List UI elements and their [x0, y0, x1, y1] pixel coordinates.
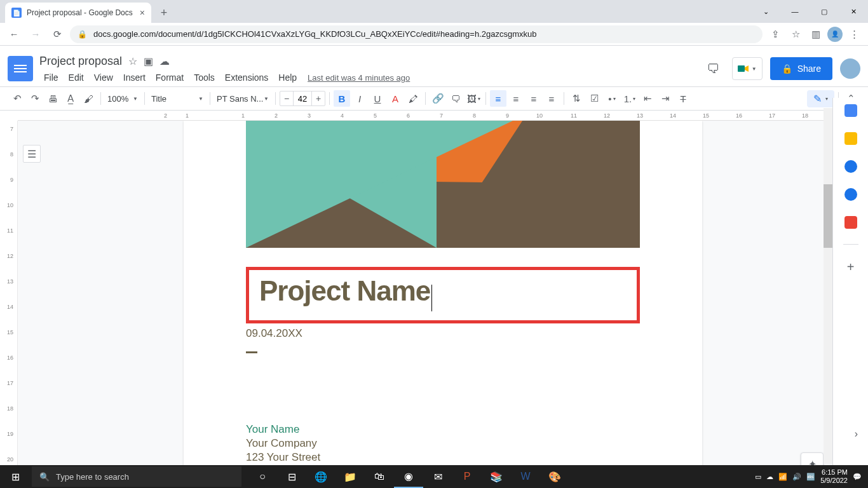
bulleted-list-button[interactable]: •▾ [604, 90, 620, 107]
align-left-button[interactable]: ≡ [490, 90, 506, 107]
increase-indent-button[interactable]: ⇥ [657, 90, 674, 107]
keep-icon[interactable] [844, 132, 857, 145]
undo-button[interactable]: ↶ [9, 90, 25, 107]
tray-language-icon[interactable]: 🔤 [806, 473, 815, 481]
italic-button[interactable]: I [351, 90, 368, 107]
word-icon[interactable]: W [511, 465, 540, 488]
paragraph-style-select[interactable]: Title▼ [149, 94, 206, 104]
document-page[interactable]: Project Name 09.04.20XX Your Name Your C… [184, 121, 702, 488]
browser-tab[interactable]: 📄 Project proposal - Google Docs × [5, 3, 151, 23]
profile-avatar[interactable]: 👤 [827, 27, 843, 42]
menu-view[interactable]: View [90, 71, 118, 84]
url-field[interactable]: 🔒 docs.google.com/document/d/1dg5ICKCHOl… [70, 25, 763, 43]
text-color-button[interactable]: A [387, 90, 403, 107]
scroll-thumb[interactable] [824, 184, 832, 248]
align-center-button[interactable]: ≡ [508, 90, 524, 107]
increase-font-button[interactable]: + [312, 92, 325, 105]
menu-format[interactable]: Format [151, 71, 188, 84]
font-size-input[interactable] [293, 92, 312, 105]
share-button[interactable]: 🔒 Share [770, 57, 832, 80]
edge-icon[interactable]: 🌐 [306, 465, 336, 488]
paint-format-button[interactable]: 🖌 [80, 90, 97, 107]
docs-logo[interactable] [8, 56, 33, 81]
tray-cloud-icon[interactable]: ☁ [766, 473, 773, 481]
header-image[interactable] [246, 121, 640, 248]
share-page-icon[interactable]: ⇪ [766, 25, 784, 43]
cloud-status-icon[interactable]: ☁ [159, 55, 170, 67]
store-icon[interactable]: 🛍 [365, 465, 394, 488]
font-select[interactable]: PT Sans N...▼ [214, 94, 271, 104]
insert-image-button[interactable]: 🖼▾ [465, 90, 482, 107]
task-view-icon[interactable]: ⊟ [277, 465, 306, 488]
paint-icon[interactable]: 🎨 [540, 465, 569, 488]
add-on-plus-icon[interactable]: + [847, 260, 855, 274]
last-edit-link[interactable]: Last edit was 4 minutes ago [308, 73, 410, 83]
maps-icon[interactable] [844, 216, 857, 229]
align-justify-button[interactable]: ≡ [543, 90, 560, 107]
tray-wifi-icon[interactable]: 📶 [778, 473, 787, 481]
winrar-icon[interactable]: 📚 [482, 465, 511, 488]
menu-edit[interactable]: Edit [64, 71, 88, 84]
dropdown-icon[interactable]: ⌄ [751, 0, 780, 23]
print-button[interactable]: 🖶 [44, 90, 61, 107]
forward-button[interactable]: → [27, 25, 44, 43]
document-title[interactable]: Project proposal [39, 55, 122, 68]
tray-volume-icon[interactable]: 🔊 [792, 473, 801, 481]
numbered-list-button[interactable]: 1.▾ [621, 90, 638, 107]
side-panel-collapse-icon[interactable]: › [855, 428, 858, 440]
tasks-icon[interactable] [844, 160, 857, 173]
close-window-button[interactable]: ✕ [839, 0, 868, 23]
document-heading[interactable]: Project Name [259, 275, 430, 306]
new-tab-button[interactable]: + [155, 4, 173, 22]
notifications-icon[interactable]: 💬 [853, 473, 862, 481]
your-company-text[interactable]: Your Company [246, 437, 640, 450]
start-button[interactable]: ⊞ [0, 465, 31, 488]
mail-icon[interactable]: ✉ [423, 465, 452, 488]
align-right-button[interactable]: ≡ [526, 90, 542, 107]
tray-meet-icon[interactable]: ▭ [755, 473, 761, 481]
vertical-ruler[interactable]: 7891011121314151617181920 [0, 121, 18, 488]
reload-button[interactable]: ⟳ [48, 25, 66, 43]
decrease-font-button[interactable]: − [280, 92, 293, 105]
menu-tools[interactable]: Tools [189, 71, 219, 84]
add-comment-button[interactable]: 🗨 [447, 90, 464, 107]
close-tab-icon[interactable]: × [140, 8, 145, 18]
insert-link-button[interactable]: 🔗 [430, 90, 446, 107]
powerpoint-icon[interactable]: P [452, 465, 482, 488]
tray-clock[interactable]: 6:15 PM 5/9/2022 [820, 468, 848, 485]
calendar-icon[interactable] [844, 104, 857, 117]
underline-button[interactable]: U [369, 90, 386, 107]
line-spacing-button[interactable]: ⇅ [568, 90, 585, 107]
star-icon[interactable]: ☆ [128, 55, 137, 67]
editing-mode-button[interactable]: ✎▾ [807, 90, 834, 107]
your-name-text[interactable]: Your Name [246, 423, 640, 436]
meet-button[interactable]: ▼ [732, 57, 763, 80]
bookmark-icon[interactable]: ☆ [787, 25, 804, 43]
maximize-button[interactable]: ▢ [810, 0, 839, 23]
decrease-indent-button[interactable]: ⇤ [639, 90, 656, 107]
chrome-menu-icon[interactable]: ⋮ [845, 25, 863, 43]
clear-formatting-button[interactable]: T [675, 90, 691, 107]
chrome-icon[interactable]: ◉ [394, 465, 423, 488]
date-text[interactable]: 09.04.20XX [246, 327, 640, 340]
spellcheck-button[interactable]: A̲ [62, 90, 79, 107]
menu-extensions[interactable]: Extensions [220, 71, 273, 84]
zoom-select[interactable]: 100%▼ [105, 94, 140, 104]
highlight-button[interactable]: 🖍 [405, 90, 421, 107]
menu-file[interactable]: File [39, 71, 63, 84]
menu-insert[interactable]: Insert [119, 71, 150, 84]
bold-button[interactable]: B [334, 90, 350, 107]
menu-help[interactable]: Help [274, 71, 301, 84]
horizontal-ruler[interactable]: 2112345678910111213141516171819 [18, 111, 868, 121]
minimize-button[interactable]: — [780, 0, 810, 23]
side-panel-icon[interactable]: ▥ [807, 25, 825, 43]
vertical-scrollbar[interactable] [824, 108, 832, 464]
contacts-icon[interactable] [844, 188, 857, 201]
account-avatar[interactable] [840, 58, 860, 79]
move-icon[interactable]: ▣ [144, 55, 153, 67]
cortana-icon[interactable]: ○ [248, 465, 277, 488]
taskbar-search[interactable]: 🔍 Type here to search [32, 466, 241, 487]
checklist-button[interactable]: ☑ [586, 90, 602, 107]
redo-button[interactable]: ↷ [27, 90, 43, 107]
back-button[interactable]: ← [5, 25, 23, 43]
